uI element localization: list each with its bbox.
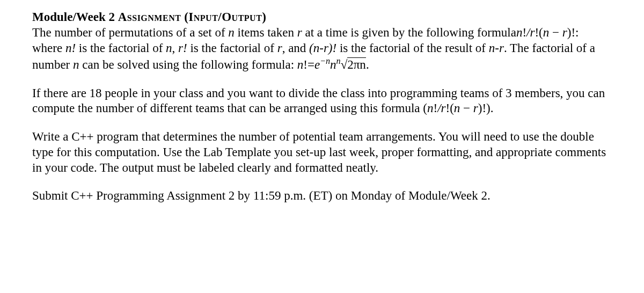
p1-text-12: . bbox=[366, 58, 369, 71]
p1-text-11: can be solved using the following formul… bbox=[79, 58, 297, 71]
p3-text: Write a C++ program that determines the … bbox=[32, 130, 606, 174]
p1-text-7: is the factorial of bbox=[187, 41, 277, 55]
paragraph-1: Module/Week 2 Assignment (Input/Output) … bbox=[32, 10, 612, 73]
var-n-2: n bbox=[166, 41, 172, 55]
p4-text: Submit C++ Programming Assignment 2 by 1… bbox=[32, 189, 491, 202]
n-factorial: n! bbox=[65, 41, 76, 55]
title-paren: (Input/Output) bbox=[184, 10, 266, 24]
p1-text-2: items taken bbox=[235, 26, 297, 39]
p1-text-1: The number of permutations of a set of bbox=[32, 26, 228, 39]
n-minus-r-factorial: (n-r)! bbox=[309, 41, 336, 55]
var-n-3: n bbox=[73, 58, 79, 71]
p2-text-1: If there are 18 people in your class and… bbox=[32, 86, 605, 115]
title-module: Module/Week 2 bbox=[32, 10, 118, 24]
p1-text-3: at a time is given by the following form… bbox=[302, 26, 516, 39]
var-r-2: r bbox=[277, 41, 282, 55]
document-page: Module/Week 2 Assignment (Input/Output) … bbox=[0, 0, 644, 293]
permutation-formula: n!/r!(n − r)! bbox=[516, 26, 575, 39]
p2-text-2: ). bbox=[486, 101, 493, 115]
p1-text-8: , and bbox=[282, 41, 309, 55]
title-assignment: Assignment bbox=[118, 10, 181, 24]
var-r: r bbox=[297, 26, 302, 39]
paragraph-3: Write a C++ program that determines the … bbox=[32, 129, 612, 175]
assignment-title: Module/Week 2 Assignment (Input/Output) bbox=[32, 10, 266, 24]
n-minus-r: n-r bbox=[489, 41, 504, 55]
paragraph-2: If there are 18 people in your class and… bbox=[32, 86, 612, 117]
p1-text-6: , bbox=[172, 41, 179, 55]
p1-text-9: is the factorial of the result of bbox=[336, 41, 489, 55]
var-n: n bbox=[228, 26, 235, 39]
r-factorial: r! bbox=[178, 41, 187, 55]
paragraph-4: Submit C++ Programming Assignment 2 by 1… bbox=[32, 188, 612, 204]
p1-text-5: is the factorial of bbox=[76, 41, 166, 55]
stirling-formula: n!=e−nnn√2πn bbox=[297, 58, 366, 71]
permutation-formula-2: n!/r!(n − r)! bbox=[427, 101, 486, 115]
